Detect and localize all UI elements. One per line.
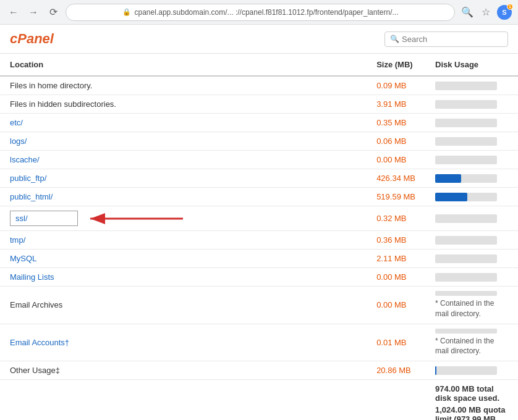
table-row: Other Usage‡20.86 MB <box>0 361 518 380</box>
search-input[interactable] <box>402 35 503 44</box>
table-row: tmp/0.36 MB <box>0 231 518 250</box>
disk-usage-cell <box>425 114 518 132</box>
table-row: 0.32 MB <box>0 206 518 231</box>
size-cell: 426.34 MB <box>367 169 425 188</box>
location-cell[interactable]: public_ftp/ <box>0 169 367 188</box>
disk-usage-cell <box>425 231 518 250</box>
contained-note: * Contained in the mail directory. <box>435 299 494 318</box>
empty-bar <box>435 273 497 282</box>
size-cell: 0.09 MB <box>367 76 425 95</box>
user-avatar[interactable]: S 1 <box>497 5 512 20</box>
size-cell: 0.36 MB <box>367 231 425 250</box>
location-cell: Other Usage‡ <box>0 361 367 380</box>
disk-usage-cell <box>425 76 518 95</box>
cpanel-header: cPanel 🔍 <box>0 25 518 54</box>
table-row: logs/0.06 MB <box>0 132 518 151</box>
col-size: Size (MB) <box>367 54 425 76</box>
browser-chrome: ← → ⟳ 🔒 cpanel.app.subdomain.com/... ://… <box>0 0 518 25</box>
size-cell: 3.91 MB <box>367 95 425 114</box>
size-cell: 20.86 MB <box>367 361 425 380</box>
table-row: public_ftp/426.34 MB <box>0 169 518 188</box>
size-cell: 0.35 MB <box>367 114 425 132</box>
total-line1: 974.00 MB total disk space used. <box>435 384 508 403</box>
size-cell: 0.00 MB <box>367 287 425 324</box>
size-cell: 0.00 MB <box>367 268 425 287</box>
location-cell: Email Archives <box>0 287 367 324</box>
size-cell: 0.32 MB <box>367 206 425 231</box>
size-cell: 2.11 MB <box>367 250 425 268</box>
disk-usage-cell <box>425 169 518 188</box>
disk-usage-cell <box>425 188 518 206</box>
disk-bar-container <box>435 366 497 375</box>
empty-bar <box>435 137 497 146</box>
disk-usage-table: Location Size (MB) Disk Usage Files in h… <box>0 54 518 420</box>
location-cell[interactable]: Mailing Lists <box>0 268 367 287</box>
empty-bar <box>435 82 497 90</box>
table-row: Email Archives0.00 MB* Contained in the … <box>0 287 518 324</box>
disk-usage-cell <box>425 206 518 231</box>
disk-usage-cell: * Contained in the mail directory. <box>425 287 518 324</box>
table-row: Mailing Lists0.00 MB <box>0 268 518 287</box>
disk-bar <box>435 174 461 183</box>
location-cell[interactable]: Email Accounts† <box>0 324 367 361</box>
location-cell: Files in home directory. <box>0 76 367 95</box>
empty-bar <box>435 156 497 164</box>
back-button[interactable]: ← <box>6 5 21 20</box>
empty-bar <box>435 254 497 263</box>
disk-bar-container <box>435 174 497 183</box>
empty-bar <box>435 214 497 223</box>
size-cell: 0.01 MB <box>367 324 425 361</box>
disk-bar <box>435 366 436 375</box>
table-row: Email Accounts†0.01 MB* Contained in the… <box>0 324 518 361</box>
browser-actions: 🔍 ☆ S 1 <box>460 5 512 20</box>
main-content: Location Size (MB) Disk Usage Files in h… <box>0 54 518 420</box>
table-row: Files in hidden subdirectories.3.91 MB <box>0 95 518 114</box>
search-button[interactable]: 🔍 <box>460 5 475 20</box>
user-badge: 1 <box>507 4 513 10</box>
cpanel-logo: cPanel <box>10 31 54 47</box>
table-row: lscache/0.00 MB <box>0 151 518 169</box>
table-row: MySQL2.11 MB <box>0 250 518 268</box>
location-cell <box>0 206 367 231</box>
disk-usage-cell <box>425 151 518 169</box>
location-cell[interactable]: lscache/ <box>0 151 367 169</box>
disk-usage-cell: * Contained in the mail directory. <box>425 324 518 361</box>
total-line2: 1,024.00 MB quota limit (973.99 MB used)… <box>435 405 508 420</box>
col-location: Location <box>0 54 367 76</box>
col-disk-usage: Disk Usage <box>425 54 518 76</box>
disk-bar-container <box>435 193 497 201</box>
location-cell[interactable]: etc/ <box>0 114 367 132</box>
disk-usage-cell <box>425 132 518 151</box>
table-row: public_html/519.59 MB <box>0 188 518 206</box>
bookmark-button[interactable]: ☆ <box>478 5 493 20</box>
search-box: 🔍 <box>384 32 508 47</box>
empty-bar <box>435 119 497 127</box>
size-cell: 519.59 MB <box>367 188 425 206</box>
empty-bar <box>435 100 497 109</box>
disk-usage-cell <box>425 250 518 268</box>
location-cell[interactable]: public_html/ <box>0 188 367 206</box>
location-cell[interactable]: logs/ <box>0 132 367 151</box>
disk-usage-cell <box>425 95 518 114</box>
address-text: cpanel.app.subdomain.com/... ://cpanel.f… <box>135 8 399 17</box>
disk-usage-cell <box>425 361 518 380</box>
search-icon: 🔍 <box>390 35 399 43</box>
ssl-input[interactable] <box>10 211 78 226</box>
disk-usage-cell <box>425 268 518 287</box>
table-row: Files in home directory.0.09 MB <box>0 76 518 95</box>
location-cell[interactable]: MySQL <box>0 250 367 268</box>
lock-icon: 🔒 <box>122 8 131 16</box>
address-bar[interactable]: 🔒 cpanel.app.subdomain.com/... ://cpanel… <box>66 4 455 21</box>
location-cell: Files in hidden subdirectories. <box>0 95 367 114</box>
contained-note: * Contained in the mail directory. <box>435 337 494 356</box>
table-row: etc/0.35 MB <box>0 114 518 132</box>
empty-bar <box>435 236 497 245</box>
disk-bar <box>435 193 467 201</box>
location-cell[interactable]: tmp/ <box>0 231 367 250</box>
size-cell: 0.06 MB <box>367 132 425 151</box>
forward-button[interactable]: → <box>26 5 41 20</box>
size-cell: 0.00 MB <box>367 151 425 169</box>
reload-button[interactable]: ⟳ <box>46 5 61 20</box>
